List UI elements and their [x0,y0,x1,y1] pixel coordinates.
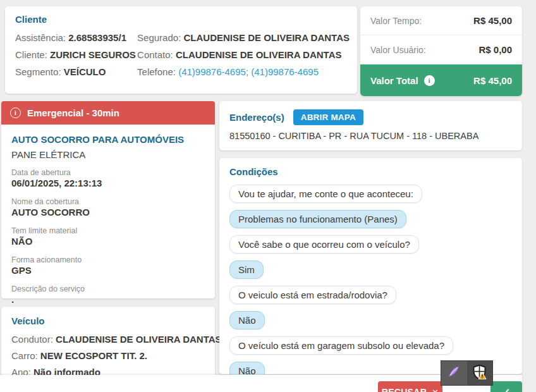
aceitar-button[interactable]: ✓ [490,381,522,392]
valor-total-row: Valor Total i R$ 45,00 [360,64,522,96]
segurado-row: Segurado: CLAUDENISE DE OLIVEIRA DANTAS [137,32,350,43]
emergencial-header: i Emergencial - 30min [1,101,215,125]
quill-pen-icon [447,365,461,381]
valor-tempo-row: Valor Tempo: R$ 45,00 [360,6,522,35]
cliente-columns: Assistência: 2.68583935/1 Cliente: ZURIC… [15,32,350,77]
endereco-address: 81550160 - CURITIBA - PR - RUA TUCUM - 1… [229,131,512,141]
servico-title: AUTO SOCORRO PARA AUTOMÓVEIS [11,134,205,145]
chat-answer-bubble: Problemas no funcionamento (Panes) [229,210,406,228]
field-value: . [11,294,205,305]
carro-row: Carro: NEW ECOSPORT TIT. 2. [11,350,205,361]
cliente-label: Cliente: [15,49,47,60]
valor-total-label: Valor Total [370,75,418,86]
segmento-label: Segmento: [15,66,61,77]
endereco-title: Endereço(s) [229,112,284,123]
segurado-label: Segurado: [137,32,181,43]
chat-question-bubble: Vou te ajudar, me conte o que aconteceu: [229,185,422,203]
limite-material-field: Tem limite material NÃO [11,226,205,247]
field-value: AUTO SOCORRO [11,207,205,218]
check-icon: ✓ [502,386,510,392]
telefone-label: Telefone: [137,66,176,77]
field-value: GPS [11,265,205,276]
cliente-card: Cliente Assistência: 2.68583935/1 Client… [5,6,357,94]
field-label: Descrição do serviço [11,285,205,294]
drag-cell [467,361,493,385]
drag-cell [441,361,467,385]
field-value: NÃO [11,236,205,247]
valor-usuario-value: R$ 0,00 [478,44,512,55]
valores-card: Valor Tempo: R$ 45,00 Valor Usuário: R$ … [360,6,522,96]
chat-question-bubble: O veiculo está em estrada/rodovia? [229,286,396,304]
servico-card: i Emergencial - 30min AUTO SOCORRO PARA … [1,101,215,298]
condutor-label: Condutor: [11,334,53,345]
field-label: Data de abertura [11,168,205,178]
veiculo-title: Veículo [11,315,205,326]
chat-question-bubble: Você sabe o que ocorreu com o veículo? [229,235,419,254]
condutor-row: Condutor: CLAUDENISE DE OLIVEIRA DANTAS [11,334,205,345]
valor-usuario-label: Valor Usuário: [370,45,426,55]
chat-answer-bubble: Não [229,311,265,329]
carro-label: Carro: [11,350,38,361]
condicoes-title: Condições [229,166,512,177]
chat-answer-bubble: Sim [229,260,264,279]
field-label: Nome da cobertura [11,197,205,207]
nome-cobertura-field: Nome da cobertura AUTO SOCORRO [11,197,205,218]
assistencia-row: Assistência: 2.68583935/1 [15,32,137,43]
recusar-button[interactable]: RECUSAR ✕ [378,381,442,392]
drag-cursor-overlay [441,360,493,386]
telefone-row: Telefone: (41)99876-4695; (41)99876-4695 [137,66,350,77]
endereco-card: Endereço(s) ABRIR MAPA 81550160 - CURITI… [219,101,522,150]
info-icon[interactable]: i [424,75,435,86]
condutor-value: CLAUDENISE DE OLIVEIRA DANTAS [56,334,222,345]
emergencial-label: Emergencial - 30min [27,107,119,118]
valor-total-value: R$ 45,00 [473,75,512,86]
descricao-servico-field: Descrição do serviço . [11,285,205,305]
cliente-title: Cliente [15,14,350,25]
telefone-link[interactable]: (41)99876-4695; (41)99876-4695 [178,66,319,77]
contato-row: Contato: CLAUDENISE DE OLIVEIRA DANTAS [137,49,350,60]
field-label: Forma acionamento [11,255,205,265]
contato-value: CLAUDENISE DE OLIVEIRA DANTAS [176,49,342,60]
segmento-row: Segmento: VEÍCULO [15,66,137,77]
segurado-value: CLAUDENISE DE OLIVEIRA DANTAS [183,32,350,43]
data-abertura-field: Data de abertura 06/01/2025, 22:13:13 [11,168,205,189]
info-icon: i [10,107,21,118]
field-value: 06/01/2025, 22:13:13 [11,178,205,189]
assistencia-value: 2.68583935/1 [68,32,126,43]
chat-history: Vou te ajudar, me conte o que aconteceu:… [229,185,512,380]
carro-value: NEW ECOSPORT TIT. 2. [40,350,147,361]
contato-label: Contato: [137,49,173,60]
condicoes-card: Condições Vou te ajudar, me conte o que … [219,158,522,374]
field-label: Tem limite material [11,226,205,236]
assistencia-label: Assistência: [15,32,66,43]
servico-subtitle: PANE ELÉTRICA [11,149,205,160]
cliente-value: ZURICH SEGUROS [50,49,136,60]
abrir-mapa-button[interactable]: ABRIR MAPA [293,109,363,125]
chat-question-bubble: O veículo está em garagem subsolo ou ele… [229,336,453,355]
valor-tempo-label: Valor Tempo: [370,16,422,26]
recusar-label: RECUSAR [382,387,427,392]
cliente-row: Cliente: ZURICH SEGUROS [15,49,137,60]
valor-tempo-value: R$ 45,00 [473,15,512,26]
segmento-value: VEÍCULO [64,66,106,77]
valor-usuario-row: Valor Usuário: R$ 0,00 [360,35,522,64]
close-icon: ✕ [432,388,439,392]
forma-acionamento-field: Forma acionamento GPS [11,255,205,276]
shield-warning-icon [472,364,487,383]
